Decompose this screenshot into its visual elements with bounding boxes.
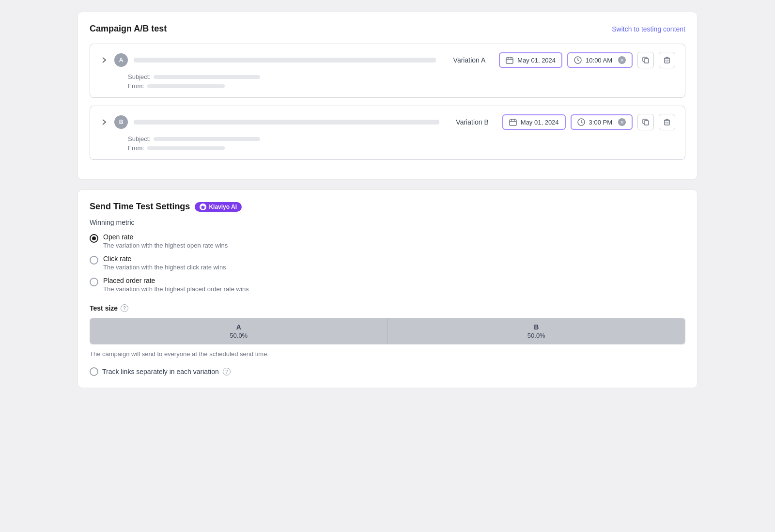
variation-b-meta: Subject: From:	[100, 135, 675, 152]
test-size-segment-a: A 50.0%	[90, 318, 388, 344]
test-size-b-pct: 50.0%	[396, 332, 678, 339]
variation-a-card: A Variation A May 01, 2024	[90, 44, 685, 98]
variation-b-copy-button[interactable]	[637, 114, 654, 130]
settings-card: Send Time Test Settings Klaviyo AI Winni…	[78, 189, 698, 388]
radio-option-placed-order-rate[interactable]: Placed order rate The variation with the…	[90, 277, 685, 293]
variation-b-from-label: From:	[128, 144, 144, 152]
variation-b-name: Variation B	[445, 118, 489, 126]
svg-rect-15	[665, 120, 669, 125]
variation-b-subject-bar	[154, 137, 260, 141]
svg-rect-9	[510, 120, 516, 125]
test-size-segment-b: B 50.0%	[388, 318, 685, 344]
radio-open-rate-title: Open rate	[103, 233, 228, 241]
radio-placed-order-desc: The variation with the highest placed or…	[103, 285, 249, 293]
ai-badge-label: Klaviyo AI	[209, 203, 237, 210]
variation-a-chevron[interactable]	[100, 56, 108, 64]
variation-a-time-input[interactable]: 10:00 AM ✕	[567, 52, 633, 68]
variation-b-bar	[134, 120, 439, 125]
variation-a-badge: A	[114, 53, 128, 67]
svg-marker-18	[201, 205, 205, 209]
winning-metric-label: Winning metric	[90, 219, 685, 226]
svg-rect-6	[665, 58, 669, 63]
variation-a-subject-bar	[154, 75, 260, 79]
variation-b-controls: May 01, 2024 3:00 PM ✕	[502, 114, 675, 130]
switch-to-testing-link[interactable]: Switch to testing content	[612, 25, 685, 33]
radio-placed-order-title: Placed order rate	[103, 277, 249, 284]
radio-option-click-rate[interactable]: Click rate The variation with the highes…	[90, 255, 685, 271]
radio-click-rate-circle	[90, 256, 98, 265]
test-size-b-label: B	[396, 323, 678, 331]
variation-b-time-input[interactable]: 3:00 PM ✕	[571, 114, 633, 130]
variation-a-time-clear[interactable]: ✕	[618, 56, 626, 64]
winning-metric-radio-group: Open rate The variation with the highest…	[90, 233, 685, 293]
variation-a-controls: May 01, 2024 10:00 AM ✕	[499, 52, 675, 68]
variation-b-chevron[interactable]	[100, 118, 108, 126]
test-size-help-icon[interactable]: ?	[121, 304, 128, 312]
variation-a-meta: Subject: From:	[100, 73, 675, 90]
variation-b-from-bar	[147, 146, 225, 150]
variation-a-date-input[interactable]: May 01, 2024	[499, 52, 562, 68]
variation-a-from-bar	[147, 84, 225, 88]
variation-a-name: Variation A	[442, 56, 485, 64]
test-size-bar: A 50.0% B 50.0%	[90, 318, 685, 344]
test-size-label-text: Test size	[90, 304, 118, 312]
variation-b-date-value: May 01, 2024	[521, 119, 559, 126]
variation-b-badge: B	[114, 115, 128, 129]
page-title: Campaign A/B test	[90, 24, 167, 34]
variation-a-time-value: 10:00 AM	[586, 57, 612, 64]
variation-a-delete-button[interactable]	[659, 52, 675, 68]
svg-rect-14	[644, 121, 649, 125]
radio-option-open-rate[interactable]: Open rate The variation with the highest…	[90, 233, 685, 249]
settings-title-text: Send Time Test Settings	[90, 202, 190, 212]
variation-a-bar	[134, 58, 436, 63]
radio-placed-order-circle	[90, 278, 98, 286]
test-size-label-row: Test size ?	[90, 304, 685, 312]
test-size-a-label: A	[98, 323, 380, 331]
radio-click-rate-title: Click rate	[103, 255, 226, 263]
variation-b-card: B Variation B May 01, 2024	[90, 106, 685, 160]
variation-b-delete-button[interactable]	[659, 114, 675, 130]
ai-badge-icon	[200, 203, 206, 210]
variation-b-date-input[interactable]: May 01, 2024	[502, 114, 566, 130]
variation-b-time-clear[interactable]: ✕	[618, 118, 626, 126]
radio-open-rate-desc: The variation with the highest open rate…	[103, 242, 228, 249]
variation-a-from-label: From:	[128, 82, 144, 90]
settings-title-row: Send Time Test Settings Klaviyo AI	[90, 202, 685, 212]
variation-b-time-value: 3:00 PM	[589, 119, 612, 126]
test-size-a-pct: 50.0%	[98, 332, 380, 339]
track-links-checkbox[interactable]	[90, 367, 98, 376]
variation-a-subject-label: Subject:	[128, 73, 151, 80]
svg-rect-5	[644, 59, 649, 63]
variation-a-copy-button[interactable]	[637, 52, 654, 68]
variation-b-subject-label: Subject:	[128, 135, 151, 142]
ai-badge: Klaviyo AI	[195, 202, 242, 212]
variation-a-date-value: May 01, 2024	[517, 57, 556, 64]
svg-rect-0	[506, 58, 513, 63]
track-links-label: Track links separately in each variation	[102, 368, 219, 376]
track-links-help-icon[interactable]: ?	[223, 368, 231, 376]
track-links-row: Track links separately in each variation…	[90, 367, 685, 376]
radio-open-rate-circle	[90, 234, 98, 243]
campaign-send-note: The campaign will send to everyone at th…	[90, 350, 685, 358]
radio-click-rate-desc: The variation with the highest click rat…	[103, 264, 226, 271]
